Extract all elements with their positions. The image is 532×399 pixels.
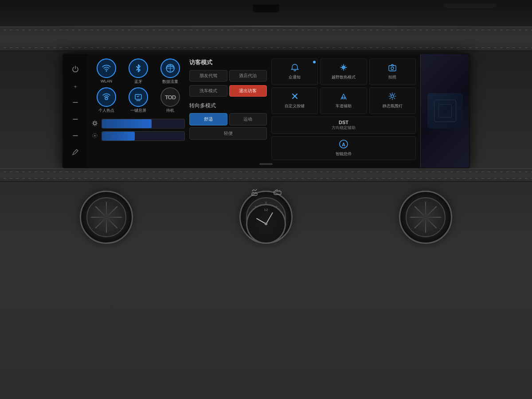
light-mode-btn[interactable]: 轻便 <box>189 127 267 140</box>
offroad-cooling-feature[interactable]: 越野散热模式 <box>320 59 367 85</box>
bluetooth-label: 蓝牙 <box>134 79 142 85</box>
wlan-toggle[interactable]: WLAN <box>92 59 121 85</box>
bluetooth-toggle[interactable]: 蓝牙 <box>124 59 153 85</box>
volume-icon <box>92 133 99 140</box>
power-button[interactable] <box>69 63 82 75</box>
center-right-vent-inner <box>406 197 446 237</box>
scroll-indicator <box>259 163 273 165</box>
lane-assist-label: 车道辅助 <box>336 103 352 109</box>
svg-rect-20 <box>274 191 281 195</box>
visitor-mode-title: 访客模式 <box>189 59 267 66</box>
custom-key-icon <box>291 92 299 102</box>
feature-grid: 众通知 越野散热模式 <box>271 59 416 114</box>
air-vents-row: 12 <box>27 191 505 244</box>
stitch-bottom2 <box>0 178 532 179</box>
rear-heat-icon[interactable] <box>273 188 282 200</box>
leather-strip-bottom <box>0 168 532 182</box>
exit-visitor-tab[interactable]: 退出访客 <box>229 85 267 97</box>
volume-slider-row <box>92 131 185 141</box>
standby-label: 待机 <box>166 108 174 113</box>
friend-valet-tab[interactable]: 朋友代驾 <box>189 70 227 82</box>
stitch-bottom <box>0 47 532 48</box>
ambient-light-feature[interactable]: 静态氛围灯 <box>369 87 416 114</box>
hotspot-toggle[interactable]: 个人热点 <box>92 87 121 113</box>
mute-button[interactable] <box>69 129 82 142</box>
lane-assist-icon <box>340 92 348 102</box>
custom-key-feature[interactable]: 自定义按键 <box>271 87 318 114</box>
steering-mode-row2: 轻便 <box>189 127 267 140</box>
right-features-panel: 众通知 越野散热模式 <box>271 59 416 163</box>
onekey-screen-toggle[interactable]: 一键息屏 <box>124 87 153 113</box>
sport-mode-btn[interactable]: 运动 <box>229 113 267 125</box>
volume-up-button[interactable]: ＋ <box>69 80 82 92</box>
svg-text:A: A <box>342 142 345 147</box>
svg-point-15 <box>344 98 345 98</box>
volume-mid-button[interactable] <box>69 96 82 109</box>
notification-icon <box>291 63 299 73</box>
ambient-light-label: 静态氛围灯 <box>383 103 403 109</box>
onekey-label: 一键息屏 <box>130 108 146 113</box>
center-right-vent-spokes <box>410 202 441 233</box>
left-controls-panel: ＋ <box>63 54 87 168</box>
volume-slider[interactable] <box>102 131 185 141</box>
top-trim <box>0 0 532 27</box>
steering-modes-container: 舒适 运动 轻便 <box>189 113 267 140</box>
data-label: 数据流量 <box>162 79 178 85</box>
stitch-top2 <box>0 172 532 172</box>
left-vent-inner <box>86 197 126 237</box>
standby-toggle[interactable]: TOD 待机 <box>156 87 185 113</box>
svg-point-5 <box>94 122 96 125</box>
hotspot-label: 个人热点 <box>98 108 114 113</box>
data-traffic-toggle[interactable]: 数据流量 <box>156 59 185 85</box>
clock-dial: 12 <box>246 204 286 244</box>
hotspot-icon-circle <box>97 87 116 107</box>
photo-label: 拍照 <box>388 74 396 80</box>
stitch-top <box>0 30 532 30</box>
standby-icon-circle: TOD <box>160 87 180 107</box>
comfort-mode-btn[interactable]: 舒适 <box>189 113 227 125</box>
svg-rect-4 <box>135 94 141 99</box>
clock-center-dot <box>265 223 267 225</box>
photo-feature[interactable]: 拍照 <box>369 59 416 85</box>
dst-label-top: DST <box>339 120 348 125</box>
lane-assist-feature[interactable]: 车道辅助 <box>320 87 367 114</box>
ambient-light-icon <box>388 92 396 102</box>
edit-button[interactable] <box>69 146 82 159</box>
dst-label-bottom: 方向稳定辅助 <box>332 125 356 131</box>
center-right-vent <box>399 191 452 244</box>
screen-content: WLAN 蓝牙 <box>87 54 420 168</box>
data-icon-circle <box>160 59 180 78</box>
left-vent <box>80 191 133 244</box>
onekey-icon-circle <box>129 87 148 107</box>
seat-heat-icon[interactable] <box>250 188 259 200</box>
dst-section: DST 方向稳定辅助 A 智能怠停 <box>271 117 416 160</box>
auto-stop-label: 智能怠停 <box>336 151 352 157</box>
carwash-tab[interactable]: 洗车模式 <box>189 85 227 97</box>
middle-panel: 访客模式 朋友代驾 酒店代泊 洗车模式 退出访客 转向多模式 <box>189 59 267 163</box>
quick-settings-panel: WLAN 蓝牙 <box>92 59 185 163</box>
svg-point-7 <box>94 135 96 137</box>
wlan-label: WLAN <box>101 79 112 83</box>
notification-feature[interactable]: 众通知 <box>271 59 318 85</box>
left-vent-spokes <box>91 202 122 233</box>
infotainment-screen: ＋ <box>62 53 470 168</box>
auto-stop-feature[interactable]: A 智能怠停 <box>271 136 416 160</box>
steering-mode-row1: 舒适 运动 <box>189 113 267 125</box>
brightness-icon <box>92 120 99 128</box>
auto-stop-icon: A <box>339 139 348 151</box>
dashboard: ＋ <box>0 0 532 399</box>
wlan-icon-circle <box>97 59 116 78</box>
dst-feature[interactable]: DST 方向稳定辅助 <box>271 117 416 134</box>
brightness-slider[interactable] <box>102 119 185 129</box>
offroad-cooling-label: 越野散热模式 <box>332 74 356 80</box>
svg-rect-19 <box>252 193 257 196</box>
svg-point-14 <box>343 98 344 98</box>
hotel-valet-tab[interactable]: 酒店代泊 <box>229 70 267 82</box>
notification-label: 众通知 <box>289 74 301 80</box>
volume-down-button[interactable] <box>69 113 82 125</box>
console-icons <box>250 188 282 200</box>
brightness-slider-row <box>92 119 185 129</box>
sliders-area <box>92 119 185 141</box>
clock-12-label: 12 <box>264 208 268 212</box>
steering-mode-title: 转向多模式 <box>189 102 267 110</box>
